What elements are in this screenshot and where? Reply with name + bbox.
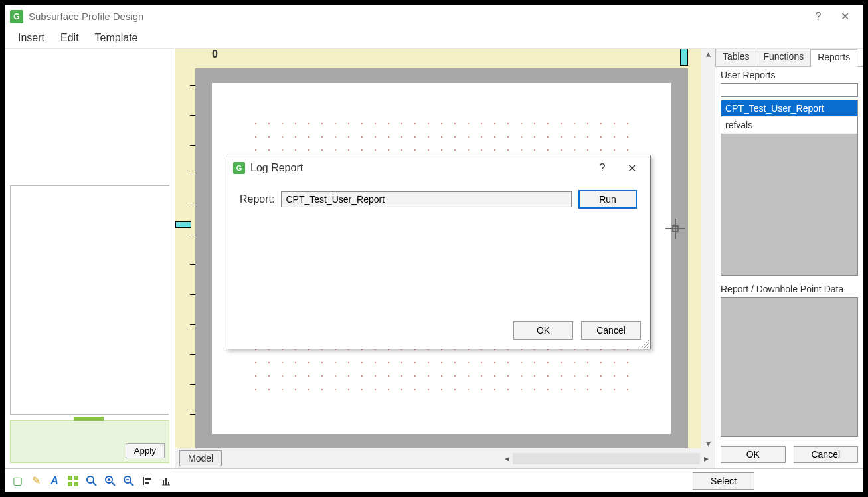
horizontal-scroll-row: Model ◂ ▸: [175, 448, 715, 468]
tab-functions[interactable]: Functions: [756, 49, 811, 66]
apply-button[interactable]: Apply: [126, 443, 165, 458]
tool-align-icon[interactable]: [140, 474, 155, 488]
report-item-0[interactable]: CPT_Test_User_Report: [721, 100, 857, 117]
user-reports-label: User Reports: [715, 67, 863, 83]
svg-line-8: [93, 482, 96, 486]
left-pane: Apply: [5, 49, 175, 468]
right-pane: Tables Functions Reports User Reports CP…: [715, 49, 863, 468]
ruler-vertical: [175, 49, 195, 448]
scroll-down-icon[interactable]: ▾: [706, 438, 711, 448]
horizontal-scrollbar[interactable]: ◂ ▸: [501, 453, 712, 464]
ruler-marker-left[interactable]: [175, 221, 191, 228]
svg-line-10: [112, 482, 115, 486]
dialog-help-button[interactable]: ?: [590, 162, 614, 174]
dialog-ok-button[interactable]: OK: [513, 321, 573, 340]
dialog-body: Report: Run: [226, 181, 650, 314]
app-icon: G: [10, 10, 23, 23]
point-data-label: Report / Downhole Point Data: [715, 281, 863, 297]
menu-template[interactable]: Template: [95, 32, 138, 44]
right-cancel-button[interactable]: Cancel: [794, 446, 859, 463]
tab-tables[interactable]: Tables: [715, 49, 756, 66]
svg-line-14: [130, 482, 133, 486]
left-spacer: [5, 49, 175, 180]
dialog-titlebar[interactable]: G Log Report ? ✕: [226, 155, 650, 181]
right-ok-button[interactable]: OK: [721, 446, 786, 463]
menu-insert[interactable]: Insert: [18, 32, 44, 44]
ruler-horizontal: 0: [195, 49, 688, 66]
tool-chart-icon[interactable]: [159, 474, 173, 488]
tool-zoom-icon[interactable]: [84, 474, 99, 488]
right-buttons: OK Cancel: [715, 442, 863, 468]
scroll-left-icon[interactable]: ◂: [501, 453, 513, 464]
svg-rect-17: [145, 478, 151, 480]
svg-rect-21: [165, 478, 167, 485]
left-preview-panel: [10, 185, 169, 415]
vertical-scrollbar[interactable]: ▴ ▾: [701, 49, 715, 448]
scroll-up-icon[interactable]: ▴: [706, 49, 711, 59]
tool-text-icon[interactable]: A: [47, 474, 62, 488]
resize-grip-icon[interactable]: [641, 340, 649, 348]
help-button[interactable]: ?: [805, 7, 831, 27]
model-tab[interactable]: Model: [179, 450, 222, 466]
user-reports-list[interactable]: CPT_Test_User_Report refvals: [721, 100, 858, 276]
dialog-app-icon: G: [233, 162, 245, 174]
svg-rect-22: [168, 482, 169, 485]
left-footer-panel: Apply: [10, 420, 169, 463]
right-tabs: Tables Functions Reports: [715, 49, 863, 67]
select-button[interactable]: Select: [693, 472, 754, 490]
ruler-marker-right[interactable]: [680, 49, 688, 66]
dialog-title: Log Report: [250, 162, 585, 174]
window-title: Subsurface Profile Design: [29, 11, 805, 22]
tab-reports[interactable]: Reports: [810, 49, 857, 67]
dialog-footer: OK Cancel: [226, 314, 650, 349]
app-window: G Subsurface Profile Design ? ✕ Insert E…: [4, 4, 864, 493]
svg-rect-4: [74, 476, 78, 480]
svg-rect-6: [74, 482, 78, 486]
run-button[interactable]: Run: [578, 190, 637, 209]
dialog-close-button[interactable]: ✕: [620, 162, 644, 175]
bottom-toolbar: ▢ ✎ A Select: [5, 468, 863, 492]
report-label: Report:: [240, 193, 274, 205]
scroll-right-icon[interactable]: ▸: [700, 453, 712, 464]
tool-zoom-in-icon[interactable]: [103, 474, 118, 488]
tool-grid-icon[interactable]: [66, 474, 80, 488]
report-input[interactable]: [281, 191, 572, 207]
tool-zoom-out-icon[interactable]: [122, 474, 136, 488]
tool-pencil-icon[interactable]: ✎: [29, 474, 43, 488]
report-form-row: Report: Run: [240, 190, 637, 209]
svg-rect-5: [68, 482, 72, 486]
menu-edit[interactable]: Edit: [60, 32, 79, 44]
svg-point-7: [87, 476, 94, 483]
titlebar: G Subsurface Profile Design ? ✕: [5, 5, 863, 28]
report-item-1[interactable]: refvals: [721, 117, 857, 134]
close-button[interactable]: ✕: [831, 7, 858, 27]
svg-rect-18: [145, 482, 149, 484]
report-filter-input[interactable]: [721, 83, 858, 98]
left-panel-handle[interactable]: [74, 417, 104, 421]
menubar: Insert Edit Template: [5, 28, 863, 49]
tool-rectangle-icon[interactable]: ▢: [10, 474, 25, 488]
svg-rect-20: [163, 480, 164, 485]
ruler-origin-label: 0: [212, 49, 218, 60]
point-data-list[interactable]: [721, 297, 858, 437]
log-report-dialog: G Log Report ? ✕ Report: Run OK Cancel: [226, 155, 651, 349]
dialog-cancel-button[interactable]: Cancel: [581, 321, 641, 340]
svg-rect-3: [68, 476, 72, 480]
hscroll-track[interactable]: [513, 453, 700, 464]
